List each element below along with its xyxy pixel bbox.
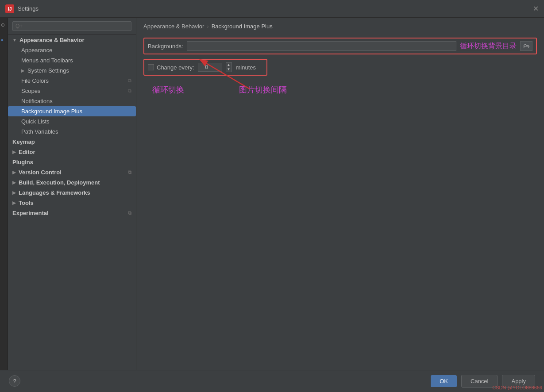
- sidebar-label-background-image-plus: Background Image Plus: [21, 108, 82, 115]
- breadcrumb-separator: ›: [207, 23, 208, 30]
- settings-panel: Backgrounds: 循环切换背景目录 🗁 Change every: ▲ …: [136, 34, 544, 370]
- nav-icon-1[interactable]: ⊕: [1, 22, 7, 28]
- main-layout: ⊕ ● ▼ Appearance & Behavior Appearance M…: [0, 18, 544, 370]
- sidebar-item-plugins[interactable]: Plugins: [8, 157, 136, 167]
- left-strip: ⊕ ●: [0, 18, 8, 370]
- sidebar-label-path-variables: Path Variables: [21, 128, 58, 135]
- sidebar-label-system-settings: System Settings: [27, 67, 69, 74]
- sidebar-label-plugins: Plugins: [12, 159, 33, 165]
- sidebar-label-experimental: Experimental: [12, 210, 49, 216]
- help-button[interactable]: ?: [9, 375, 20, 387]
- sidebar-label-notifications: Notifications: [21, 98, 53, 104]
- file-colors-copy-icon: ⧉: [128, 78, 131, 84]
- build-triangle: ▶: [12, 180, 16, 185]
- sidebar-label-tools: Tools: [19, 200, 34, 206]
- sidebar-item-appearance[interactable]: Appearance: [8, 45, 136, 55]
- languages-triangle: ▶: [12, 190, 16, 195]
- experimental-copy-icon: ⧉: [128, 210, 131, 216]
- app-icon: IJ: [5, 4, 14, 13]
- sidebar-label-menus-toolbars: Menus and Toolbars: [21, 57, 73, 64]
- search-input[interactable]: [12, 21, 131, 31]
- sidebar-label-file-colors: File Colors: [21, 77, 49, 84]
- svg-line-1: [201, 60, 250, 89]
- title-bar: IJ Settings ✕: [0, 0, 544, 18]
- sidebar-item-appearance-behavior[interactable]: ▼ Appearance & Behavior: [8, 35, 136, 45]
- bottom-bar: OK Cancel Apply: [0, 370, 544, 392]
- folder-button[interactable]: 🗁: [520, 41, 532, 51]
- breadcrumb-current: Background Image Plus: [212, 23, 273, 30]
- backgrounds-input[interactable]: [187, 41, 457, 51]
- ok-button[interactable]: OK: [431, 375, 457, 387]
- sidebar-item-keymap[interactable]: Keymap: [8, 137, 136, 147]
- sidebar-label-build: Build, Execution, Deployment: [19, 179, 100, 186]
- sidebar-item-quick-lists[interactable]: Quick Lists: [8, 116, 136, 127]
- sidebar-label-appearance: Appearance: [21, 47, 52, 54]
- sidebar-item-build-execution-deployment[interactable]: ▶ Build, Execution, Deployment: [8, 177, 136, 188]
- search-bar: [8, 18, 136, 35]
- nav-icon-2[interactable]: ●: [1, 37, 7, 43]
- sidebar-item-system-settings[interactable]: ▶ System Settings: [8, 65, 136, 76]
- content-area: Appearance & Behavior › Background Image…: [136, 18, 544, 370]
- backgrounds-row: Backgrounds: 循环切换背景目录 🗁: [143, 38, 537, 54]
- sidebar-item-notifications[interactable]: Notifications: [8, 96, 136, 106]
- sidebar-item-file-colors[interactable]: File Colors ⧉: [8, 76, 136, 86]
- breadcrumb: Appearance & Behavior › Background Image…: [136, 18, 544, 34]
- sidebar-label-editor: Editor: [19, 149, 35, 155]
- version-control-triangle: ▶: [12, 170, 16, 175]
- sidebar-label-languages: Languages & Frameworks: [19, 189, 90, 196]
- backgrounds-hint: 循环切换背景目录: [460, 42, 517, 51]
- sidebar-item-scopes[interactable]: Scopes ⧉: [8, 86, 136, 96]
- window-title: Settings: [18, 5, 39, 12]
- system-settings-triangle: ▶: [21, 68, 25, 73]
- sidebar-item-background-image-plus[interactable]: Background Image Plus: [8, 106, 136, 116]
- sidebar-label-quick-lists: Quick Lists: [21, 118, 50, 125]
- breadcrumb-parent: Appearance & Behavior: [143, 23, 204, 30]
- sidebar-item-menus-toolbars[interactable]: Menus and Toolbars: [8, 55, 136, 65]
- sidebar: ▼ Appearance & Behavior Appearance Menus…: [8, 18, 136, 370]
- annotation-area: 循环切换 图片切换间隔: [143, 85, 537, 95]
- arrow-svg: [183, 54, 298, 93]
- sidebar-label-appearance-behavior: Appearance & Behavior: [19, 37, 85, 43]
- sidebar-item-languages-frameworks[interactable]: ▶ Languages & Frameworks: [8, 188, 136, 198]
- version-control-copy-icon: ⧉: [128, 169, 131, 175]
- sidebar-item-tools[interactable]: ▶ Tools: [8, 198, 136, 208]
- sidebar-label-keymap: Keymap: [12, 138, 35, 145]
- change-every-checkbox[interactable]: [148, 64, 154, 70]
- expand-triangle: ▼: [12, 38, 17, 42]
- sidebar-label-version-control: Version Control: [19, 169, 62, 176]
- sidebar-item-path-variables[interactable]: Path Variables: [8, 127, 136, 137]
- sidebar-label-scopes: Scopes: [21, 88, 40, 94]
- scopes-copy-icon: ⧉: [128, 88, 131, 94]
- backgrounds-label: Backgrounds:: [148, 43, 183, 50]
- sidebar-item-editor[interactable]: ▶ Editor: [8, 147, 136, 157]
- editor-triangle: ▶: [12, 150, 16, 154]
- annotation-cycle: 循环切换: [152, 85, 184, 94]
- tools-triangle: ▶: [12, 200, 16, 205]
- sidebar-item-version-control[interactable]: ▶ Version Control ⧉: [8, 167, 136, 177]
- watermark: CSDN @YOLO888666: [492, 385, 542, 390]
- sidebar-item-experimental[interactable]: Experimental ⧉: [8, 208, 136, 218]
- close-button[interactable]: ✕: [533, 4, 539, 13]
